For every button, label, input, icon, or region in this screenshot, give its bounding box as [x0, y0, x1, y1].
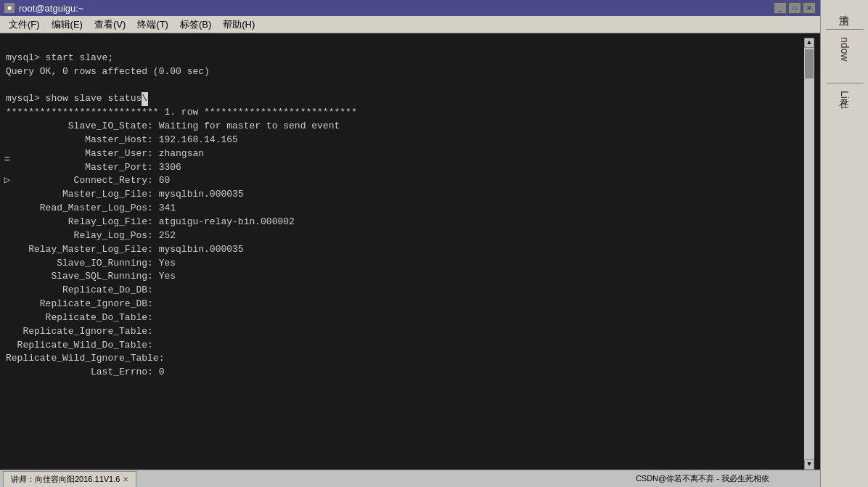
minimize-button[interactable]: _: [774, 2, 787, 14]
right-text-2: ndow: [836, 37, 852, 61]
left-indicators: = ▷: [0, 33, 15, 469]
terminal-icon: ■: [4, 3, 15, 13]
terminal-line-4: mysql> show slave status\G: [6, 93, 148, 104]
cursor: \G: [142, 92, 148, 106]
terminal-line-13: Relay_Log_File: atguigu-relay-bin.000002: [6, 216, 295, 227]
terminal-line-5: *************************** 1. row *****…: [6, 107, 357, 118]
window-controls: _ □ ✕: [774, 2, 816, 14]
right-panel: 清主 ndow 在Lin: [820, 0, 868, 487]
equals-symbol: =: [4, 150, 10, 170]
terminal-line-20: Replicate_Do_Table:: [6, 312, 159, 323]
tab-close-button[interactable]: ✕: [123, 475, 128, 483]
menu-help[interactable]: 帮助(H): [217, 17, 261, 33]
title-bar-left: ■ root@atguigu:~: [4, 3, 83, 14]
scrollbar-track-empty: [804, 80, 814, 459]
terminal-area[interactable]: mysql> start slave; Query OK, 0 rows aff…: [0, 33, 820, 487]
terminal-line-9: Master_Port: 3306: [6, 162, 181, 173]
maximize-button[interactable]: □: [788, 2, 801, 14]
terminal-line-12: Read_Master_Log_Pos: 341: [6, 202, 176, 213]
arrow-symbol: ▷: [4, 170, 10, 190]
window-title: root@atguigu:~: [19, 3, 83, 14]
terminal-line-14: Relay_Log_Pos: 252: [6, 230, 176, 241]
right-text-3: 在Lin: [836, 91, 852, 105]
terminal-line-6: Slave_IO_State: Waiting for master to se…: [6, 120, 340, 131]
right-divider-2: [826, 83, 864, 83]
menu-view[interactable]: 查看(V): [89, 17, 131, 33]
scroll-up-button[interactable]: ▲: [804, 38, 814, 48]
terminal-line-17: Slave_SQL_Running: Yes: [6, 271, 176, 282]
terminal-line-10: Connect_Retry: 60: [6, 175, 170, 186]
terminal-line-1: mysql> start slave;: [6, 52, 113, 63]
right-divider-1: [826, 29, 864, 30]
terminal-line-8: Master_User: zhangsan: [6, 148, 204, 159]
terminal-line-19: Replicate_Ignore_DB:: [6, 298, 159, 309]
bottom-bar: 讲师：向佳容向阳2016.11V1.6 ✕ CSDN@你若不离不弃 - 我必生死…: [0, 470, 820, 487]
bottom-tab-label: 讲师：向佳容向阳2016.11V1.6: [11, 474, 120, 485]
main-window: ■ root@atguigu:~ _ □ ✕ 文件(F) 编辑(E) 查看(V)…: [0, 0, 820, 487]
terminal-line-11: Master_Log_File: mysqlbin.000035: [6, 189, 244, 200]
terminal-content: mysql> start slave; Query OK, 0 rows aff…: [6, 38, 804, 470]
menu-bar: 文件(F) 编辑(E) 查看(V) 终端(T) 标签(B) 帮助(H): [0, 16, 820, 33]
terminal-line-7: Master_Host: 192.168.14.165: [6, 134, 238, 145]
scrollbar[interactable]: ▲ ▼: [804, 38, 814, 470]
terminal-line-15: Relay_Master_Log_File: mysqlbin.000035: [6, 244, 244, 255]
terminal-line-23: Replicate_Wild_Ignore_Table:: [6, 353, 170, 364]
terminal-line-2: Query OK, 0 rows affected (0.00 sec): [6, 66, 210, 77]
terminal-line-22: Replicate_Wild_Do_Table:: [6, 340, 159, 351]
close-button[interactable]: ✕: [803, 2, 816, 14]
terminal-line-18: Replicate_Do_DB:: [6, 285, 159, 295]
menu-file[interactable]: 文件(F): [3, 17, 46, 33]
title-bar: ■ root@atguigu:~ _ □ ✕: [0, 0, 820, 16]
terminal-line-21: Replicate_Ignore_Table:: [6, 326, 159, 337]
bottom-right-text: CSDN@你若不离不弃 - 我必生死相依: [636, 473, 769, 484]
scrollbar-thumb[interactable]: [805, 49, 814, 78]
scroll-down-button[interactable]: ▼: [804, 459, 814, 470]
menu-tags[interactable]: 标签(B): [174, 17, 217, 33]
bottom-tab[interactable]: 讲师：向佳容向阳2016.11V1.6 ✕: [3, 471, 136, 487]
menu-edit[interactable]: 编辑(E): [46, 17, 89, 33]
menu-terminal[interactable]: 终端(T): [131, 17, 174, 33]
terminal-line-16: Slave_IO_Running: Yes: [6, 258, 176, 269]
terminal-line-24: Last_Errno: 0: [6, 367, 164, 377]
